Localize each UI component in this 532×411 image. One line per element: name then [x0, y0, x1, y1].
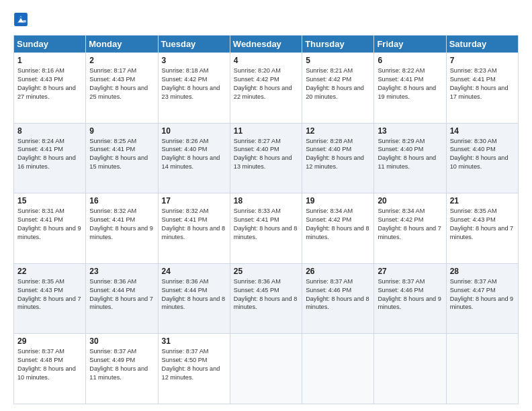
day-number: 31 [162, 336, 226, 346]
day-number: 5 [306, 56, 370, 65]
calendar-cell: 24 Sunrise: 8:36 AM Sunset: 4:44 PM Dayl… [158, 263, 230, 334]
calendar-cell: 14 Sunrise: 8:30 AM Sunset: 4:40 PM Dayl… [446, 123, 518, 193]
header-day-tuesday: Tuesday [158, 36, 230, 53]
header-day-wednesday: Wednesday [230, 36, 302, 53]
svg-marker-3 [23, 20, 26, 22]
calendar-cell: 5 Sunrise: 8:21 AM Sunset: 4:42 PM Dayli… [302, 53, 374, 124]
week-row-5: 29 Sunrise: 8:37 AM Sunset: 4:48 PM Dayl… [14, 334, 519, 404]
calendar-cell: 30 Sunrise: 8:37 AM Sunset: 4:49 PM Dayl… [86, 334, 158, 404]
calendar-cell: 26 Sunrise: 8:37 AM Sunset: 4:46 PM Dayl… [302, 263, 374, 334]
day-number: 3 [162, 56, 226, 65]
day-number: 7 [450, 56, 515, 65]
cell-content: Sunrise: 8:29 AM Sunset: 4:40 PM Dayligh… [378, 137, 442, 172]
day-number: 27 [378, 267, 442, 276]
cell-content: Sunrise: 8:32 AM Sunset: 4:41 PM Dayligh… [162, 207, 226, 242]
week-row-4: 22 Sunrise: 8:35 AM Sunset: 4:43 PM Dayl… [14, 263, 519, 334]
calendar-cell: 18 Sunrise: 8:33 AM Sunset: 4:41 PM Dayl… [230, 193, 302, 264]
cell-content: Sunrise: 8:31 AM Sunset: 4:41 PM Dayligh… [17, 207, 82, 242]
day-number: 6 [378, 56, 442, 65]
day-number: 23 [89, 267, 154, 276]
cell-content: Sunrise: 8:27 AM Sunset: 4:40 PM Dayligh… [234, 137, 298, 172]
cell-content: Sunrise: 8:30 AM Sunset: 4:40 PM Dayligh… [450, 137, 515, 172]
cell-content: Sunrise: 8:17 AM Sunset: 4:43 PM Dayligh… [89, 66, 154, 101]
calendar-cell: 2 Sunrise: 8:17 AM Sunset: 4:43 PM Dayli… [86, 53, 158, 124]
day-number: 28 [450, 267, 515, 276]
header-day-friday: Friday [374, 36, 446, 53]
cell-content: Sunrise: 8:22 AM Sunset: 4:41 PM Dayligh… [378, 66, 442, 101]
calendar-cell: 31 Sunrise: 8:37 AM Sunset: 4:50 PM Dayl… [158, 334, 230, 404]
calendar-cell: 3 Sunrise: 8:18 AM Sunset: 4:42 PM Dayli… [158, 53, 230, 124]
cell-content: Sunrise: 8:24 AM Sunset: 4:41 PM Dayligh… [17, 137, 82, 172]
day-number: 19 [306, 196, 370, 205]
day-number: 17 [162, 196, 226, 205]
header-day-sunday: Sunday [14, 36, 86, 53]
cell-content: Sunrise: 8:18 AM Sunset: 4:42 PM Dayligh… [162, 66, 226, 101]
calendar-cell [230, 334, 302, 404]
day-number: 15 [17, 196, 82, 205]
calendar-cell: 22 Sunrise: 8:35 AM Sunset: 4:43 PM Dayl… [14, 263, 86, 334]
day-number: 8 [17, 126, 82, 136]
cell-content: Sunrise: 8:25 AM Sunset: 4:41 PM Dayligh… [89, 137, 154, 172]
cell-content: Sunrise: 8:23 AM Sunset: 4:41 PM Dayligh… [450, 66, 515, 101]
calendar-cell [446, 334, 518, 404]
header-day-saturday: Saturday [446, 36, 518, 53]
day-number: 2 [89, 56, 154, 65]
logo-icon [13, 12, 28, 27]
cell-content: Sunrise: 8:16 AM Sunset: 4:43 PM Dayligh… [17, 66, 82, 101]
calendar-cell: 8 Sunrise: 8:24 AM Sunset: 4:41 PM Dayli… [14, 123, 86, 193]
day-number: 16 [89, 196, 154, 205]
cell-content: Sunrise: 8:37 AM Sunset: 4:50 PM Dayligh… [162, 347, 226, 382]
day-number: 11 [234, 126, 298, 136]
calendar-cell: 6 Sunrise: 8:22 AM Sunset: 4:41 PM Dayli… [374, 53, 446, 124]
cell-content: Sunrise: 8:37 AM Sunset: 4:46 PM Dayligh… [378, 277, 442, 312]
day-number: 12 [306, 126, 370, 136]
cell-content: Sunrise: 8:35 AM Sunset: 4:43 PM Dayligh… [450, 207, 515, 242]
calendar-cell: 4 Sunrise: 8:20 AM Sunset: 4:42 PM Dayli… [230, 53, 302, 124]
calendar-cell: 29 Sunrise: 8:37 AM Sunset: 4:48 PM Dayl… [14, 334, 86, 404]
calendar-cell: 10 Sunrise: 8:26 AM Sunset: 4:40 PM Dayl… [158, 123, 230, 193]
day-number: 22 [17, 267, 82, 276]
day-number: 1 [17, 56, 82, 65]
day-number: 26 [306, 267, 370, 276]
day-number: 21 [450, 196, 515, 205]
cell-content: Sunrise: 8:26 AM Sunset: 4:40 PM Dayligh… [162, 137, 226, 172]
day-number: 24 [162, 267, 226, 276]
page: SundayMondayTuesdayWednesdayThursdayFrid… [0, 0, 532, 411]
calendar-cell: 15 Sunrise: 8:31 AM Sunset: 4:41 PM Dayl… [14, 193, 86, 264]
calendar-cell: 17 Sunrise: 8:32 AM Sunset: 4:41 PM Dayl… [158, 193, 230, 264]
calendar-cell: 25 Sunrise: 8:36 AM Sunset: 4:45 PM Dayl… [230, 263, 302, 334]
day-number: 10 [162, 126, 226, 136]
calendar-table: SundayMondayTuesdayWednesdayThursdayFrid… [13, 35, 519, 404]
calendar-cell: 20 Sunrise: 8:34 AM Sunset: 4:42 PM Dayl… [374, 193, 446, 264]
logo [13, 12, 30, 28]
day-number: 25 [234, 267, 298, 276]
cell-content: Sunrise: 8:37 AM Sunset: 4:48 PM Dayligh… [17, 347, 82, 382]
calendar-cell: 1 Sunrise: 8:16 AM Sunset: 4:43 PM Dayli… [14, 53, 86, 124]
day-number: 14 [450, 126, 515, 136]
calendar-cell: 9 Sunrise: 8:25 AM Sunset: 4:41 PM Dayli… [86, 123, 158, 193]
day-number: 30 [89, 336, 154, 346]
cell-content: Sunrise: 8:33 AM Sunset: 4:41 PM Dayligh… [234, 207, 298, 242]
cell-content: Sunrise: 8:35 AM Sunset: 4:43 PM Dayligh… [17, 277, 82, 312]
calendar-cell: 28 Sunrise: 8:37 AM Sunset: 4:47 PM Dayl… [446, 263, 518, 334]
cell-content: Sunrise: 8:28 AM Sunset: 4:40 PM Dayligh… [306, 137, 370, 172]
calendar-cell: 7 Sunrise: 8:23 AM Sunset: 4:41 PM Dayli… [446, 53, 518, 124]
cell-content: Sunrise: 8:36 AM Sunset: 4:45 PM Dayligh… [234, 277, 298, 312]
calendar-cell: 27 Sunrise: 8:37 AM Sunset: 4:46 PM Dayl… [374, 263, 446, 334]
cell-content: Sunrise: 8:37 AM Sunset: 4:49 PM Dayligh… [89, 347, 154, 382]
cell-content: Sunrise: 8:37 AM Sunset: 4:46 PM Dayligh… [306, 277, 370, 312]
week-row-2: 8 Sunrise: 8:24 AM Sunset: 4:41 PM Dayli… [14, 123, 519, 193]
cell-content: Sunrise: 8:21 AM Sunset: 4:42 PM Dayligh… [306, 66, 370, 101]
week-row-3: 15 Sunrise: 8:31 AM Sunset: 4:41 PM Dayl… [14, 193, 519, 264]
calendar-cell: 13 Sunrise: 8:29 AM Sunset: 4:40 PM Dayl… [374, 123, 446, 193]
cell-content: Sunrise: 8:36 AM Sunset: 4:44 PM Dayligh… [162, 277, 226, 312]
cell-content: Sunrise: 8:20 AM Sunset: 4:42 PM Dayligh… [234, 66, 298, 101]
day-number: 13 [378, 126, 442, 136]
cell-content: Sunrise: 8:34 AM Sunset: 4:42 PM Dayligh… [306, 207, 370, 242]
calendar-cell [374, 334, 446, 404]
week-row-1: 1 Sunrise: 8:16 AM Sunset: 4:43 PM Dayli… [14, 53, 519, 124]
calendar-cell [302, 334, 374, 404]
cell-content: Sunrise: 8:34 AM Sunset: 4:42 PM Dayligh… [378, 207, 442, 242]
calendar-cell: 19 Sunrise: 8:34 AM Sunset: 4:42 PM Dayl… [302, 193, 374, 264]
day-number: 29 [17, 336, 82, 346]
